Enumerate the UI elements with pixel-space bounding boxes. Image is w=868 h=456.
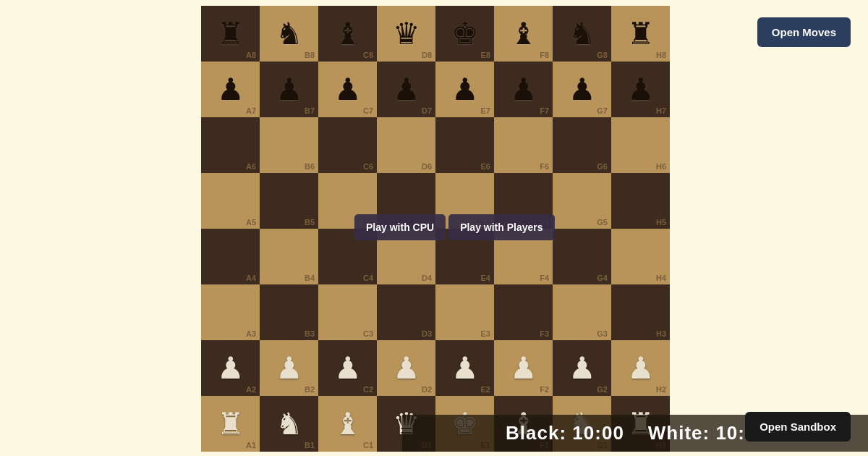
square-a3[interactable]: A3	[201, 284, 260, 340]
square-d2[interactable]: ♟D2	[377, 340, 435, 396]
square-b4[interactable]: B4	[260, 229, 318, 284]
play-players-button[interactable]: Play with Players	[448, 214, 554, 240]
square-label-g8: G8	[597, 51, 608, 59]
square-e6[interactable]: E6	[435, 117, 494, 173]
square-a2[interactable]: ♟A2	[201, 340, 260, 396]
piece-b7: ♟	[276, 75, 303, 105]
piece-c1: ♝	[334, 409, 362, 439]
square-b3[interactable]: B3	[260, 284, 318, 340]
square-label-f2: F2	[540, 386, 549, 394]
square-g6[interactable]: G6	[553, 117, 611, 173]
square-label-g5: G5	[597, 219, 608, 227]
square-e3[interactable]: E3	[435, 284, 494, 340]
square-f7[interactable]: ♟F7	[494, 62, 553, 117]
square-a1[interactable]: ♜A1	[201, 396, 260, 452]
square-d3[interactable]: D3	[377, 284, 435, 340]
square-label-g3: G3	[597, 330, 608, 338]
square-c8[interactable]: ♝C8	[318, 6, 377, 62]
square-f2[interactable]: ♟F2	[494, 340, 553, 396]
square-label-h6: H6	[656, 163, 666, 171]
piece-c7: ♟	[334, 75, 362, 105]
square-label-d4: D4	[422, 274, 432, 282]
square-g3[interactable]: G3	[553, 284, 611, 340]
square-d8[interactable]: ♛D8	[377, 6, 435, 62]
square-e8[interactable]: ♚E8	[435, 6, 494, 62]
square-h5[interactable]: H5	[611, 173, 670, 229]
square-h4[interactable]: H4	[611, 229, 670, 284]
square-a5[interactable]: A5	[201, 173, 260, 229]
square-label-e4: E4	[481, 274, 490, 282]
open-sandbox-button[interactable]: Open Sandbox	[745, 412, 851, 442]
square-f6[interactable]: F6	[494, 117, 553, 173]
piece-b8: ♞	[276, 19, 303, 49]
square-g8[interactable]: ♞G8	[553, 6, 611, 62]
piece-e7: ♟	[451, 75, 479, 105]
square-label-a6: A6	[246, 163, 256, 171]
square-label-f6: F6	[540, 163, 549, 171]
square-g4[interactable]: G4	[553, 229, 611, 284]
piece-g7: ♟	[569, 75, 596, 105]
square-g7[interactable]: ♟G7	[553, 62, 611, 117]
square-label-a4: A4	[246, 274, 256, 282]
square-h8[interactable]: ♜H8	[611, 6, 670, 62]
square-g2[interactable]: ♟G2	[553, 340, 611, 396]
square-label-b5: B5	[305, 219, 315, 227]
square-h3[interactable]: H3	[611, 284, 670, 340]
play-cpu-button[interactable]: Play with CPU	[354, 214, 446, 240]
square-c2[interactable]: ♟C2	[318, 340, 377, 396]
square-label-e6: E6	[481, 163, 490, 171]
square-c7[interactable]: ♟C7	[318, 62, 377, 117]
square-e2[interactable]: ♟E2	[435, 340, 494, 396]
square-f3[interactable]: F3	[494, 284, 553, 340]
square-label-c3: C3	[363, 330, 373, 338]
square-label-g6: G6	[597, 163, 608, 171]
square-b5[interactable]: B5	[260, 173, 318, 229]
square-label-a5: A5	[246, 219, 256, 227]
square-label-e2: E2	[481, 386, 490, 394]
square-label-c6: C6	[363, 163, 373, 171]
square-label-d8: D8	[422, 51, 432, 59]
piece-f2: ♟	[510, 353, 537, 384]
square-label-c8: C8	[363, 51, 373, 59]
square-label-c1: C1	[363, 442, 373, 449]
square-c6[interactable]: C6	[318, 117, 377, 173]
square-a4[interactable]: A4	[201, 229, 260, 284]
open-moves-button[interactable]: Open Moves	[757, 17, 851, 47]
square-b1[interactable]: ♞B1	[260, 396, 318, 452]
square-h7[interactable]: ♟H7	[611, 62, 670, 117]
square-label-d7: D7	[422, 107, 432, 115]
square-label-c7: C7	[363, 107, 373, 115]
square-b8[interactable]: ♞B8	[260, 6, 318, 62]
square-c1[interactable]: ♝C1	[318, 396, 377, 452]
square-label-e8: E8	[481, 51, 490, 59]
square-c3[interactable]: C3	[318, 284, 377, 340]
square-b7[interactable]: ♟B7	[260, 62, 318, 117]
piece-e8: ♚	[451, 19, 479, 49]
square-label-b2: B2	[305, 386, 315, 394]
square-label-a2: A2	[246, 386, 256, 394]
square-label-g2: G2	[597, 386, 608, 394]
square-label-h3: H3	[656, 330, 666, 338]
square-label-h4: H4	[656, 274, 666, 282]
square-e7[interactable]: ♟E7	[435, 62, 494, 117]
square-label-b6: B6	[305, 163, 315, 171]
piece-f7: ♟	[510, 75, 537, 105]
piece-a2: ♟	[217, 353, 244, 384]
square-h6[interactable]: H6	[611, 117, 670, 173]
square-a6[interactable]: A6	[201, 117, 260, 173]
square-g5[interactable]: G5	[553, 173, 611, 229]
piece-c2: ♟	[334, 353, 362, 384]
square-d7[interactable]: ♟D7	[377, 62, 435, 117]
square-h2[interactable]: ♟H2	[611, 340, 670, 396]
square-b2[interactable]: ♟B2	[260, 340, 318, 396]
square-label-a3: A3	[246, 330, 256, 338]
square-a7[interactable]: ♟A7	[201, 62, 260, 117]
square-label-c4: C4	[363, 274, 373, 282]
square-d6[interactable]: D6	[377, 117, 435, 173]
square-a8[interactable]: ♜A8	[201, 6, 260, 62]
square-f8[interactable]: ♝F8	[494, 6, 553, 62]
square-label-h5: H5	[656, 219, 666, 227]
square-b6[interactable]: B6	[260, 117, 318, 173]
piece-d7: ♟	[393, 75, 420, 105]
square-label-d3: D3	[422, 330, 432, 338]
